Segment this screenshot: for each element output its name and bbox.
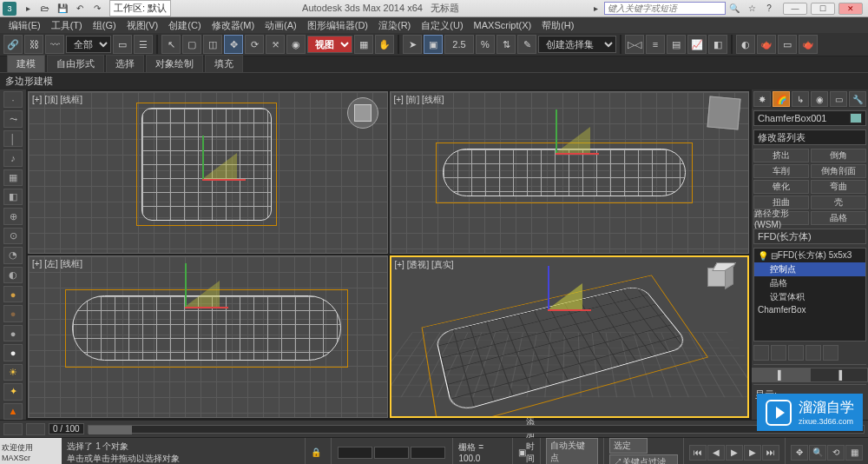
- region-icon[interactable]: ▢: [182, 35, 201, 54]
- lt-light-icon[interactable]: ☀: [3, 364, 23, 381]
- viewport-left[interactable]: [+] [左] [线框]: [28, 255, 388, 418]
- menu-custom[interactable]: 自定义(U): [416, 19, 468, 32]
- edit-named-icon[interactable]: ✎: [517, 35, 536, 54]
- menu-group[interactable]: 组(G): [88, 19, 122, 32]
- select-name-icon[interactable]: ☰: [134, 35, 153, 54]
- lt-b-icon[interactable]: ⊙: [3, 228, 23, 244]
- select-icon[interactable]: ▭: [113, 35, 132, 54]
- time-slider-thumb[interactable]: [89, 426, 132, 434]
- lt-layer-icon[interactable]: ▦: [3, 169, 23, 186]
- menu-graphed[interactable]: 图形编辑器(D): [302, 19, 373, 32]
- lock-icon[interactable]: 🔒: [311, 447, 321, 457]
- tab-populate[interactable]: 填充: [205, 55, 243, 72]
- menu-edit[interactable]: 编辑(E): [3, 19, 46, 32]
- percent-snap-icon[interactable]: %: [476, 35, 495, 54]
- time-slider-track[interactable]: [88, 425, 865, 434]
- align-icon[interactable]: ≡: [646, 35, 665, 54]
- coord-z-field[interactable]: [411, 447, 445, 459]
- menu-modifiers[interactable]: 修改器(M): [207, 19, 260, 32]
- stack-set-volume[interactable]: 设置体积: [754, 290, 865, 304]
- viewport-front[interactable]: [+] [前] [线框]: [390, 91, 750, 254]
- panel-tab-motion-icon[interactable]: ◉: [811, 91, 828, 107]
- link-icon[interactable]: 🔗: [3, 35, 23, 54]
- coord-x-field[interactable]: [338, 447, 372, 459]
- btn-bend[interactable]: 弯曲: [811, 180, 866, 194]
- lt-hier-icon[interactable]: ⤳: [3, 110, 23, 127]
- angle-snap[interactable]: 2.5: [444, 35, 474, 54]
- btn-shell[interactable]: 壳: [811, 196, 866, 209]
- tb-save-icon[interactable]: 💾: [55, 2, 70, 16]
- close-button[interactable]: ✕: [838, 3, 863, 15]
- viewport-label-persp[interactable]: [+] [透视] [真实]: [395, 259, 454, 271]
- workspace-selector[interactable]: 工作区: 默认: [109, 0, 171, 17]
- orbit-icon[interactable]: ⟲: [827, 445, 845, 461]
- play-icon[interactable]: ▶: [726, 445, 743, 461]
- snap3d-icon[interactable]: ▣: [424, 35, 443, 54]
- lt-shade3-icon[interactable]: ●: [3, 344, 23, 361]
- menu-help[interactable]: 帮助(H): [536, 19, 579, 32]
- stack-remove-icon[interactable]: [806, 345, 821, 361]
- max-vp-icon[interactable]: ▦: [845, 445, 863, 461]
- layer-icon[interactable]: ▤: [667, 35, 686, 54]
- stack-chamferbox[interactable]: ChamferBox: [754, 304, 865, 315]
- coord-y-field[interactable]: [374, 447, 409, 459]
- timeline-key-icon[interactable]: [26, 423, 45, 435]
- ref-coord[interactable]: 视图: [307, 36, 352, 53]
- tb-undo-icon[interactable]: ↶: [72, 2, 88, 16]
- stack-lattice[interactable]: 晶格: [754, 276, 865, 290]
- manip-icon[interactable]: ✋: [375, 35, 394, 54]
- menu-view[interactable]: 视图(V): [122, 19, 164, 32]
- viewcube-top[interactable]: [347, 97, 378, 129]
- window-icon[interactable]: ◫: [203, 35, 222, 54]
- info-icon[interactable]: ▸: [588, 2, 603, 16]
- lt-c-icon[interactable]: ◔: [3, 247, 23, 263]
- menu-tools[interactable]: 工具(T): [46, 19, 88, 32]
- minimize-button[interactable]: —: [783, 3, 807, 15]
- sel-dropdown[interactable]: 选定: [609, 438, 648, 454]
- frame-indicator[interactable]: 0 / 100: [49, 423, 84, 434]
- star-icon[interactable]: ☆: [744, 2, 760, 16]
- ffd-rollout-header[interactable]: FFD(长方体): [753, 229, 866, 244]
- key-filter-button[interactable]: ↗关键点过滤器: [609, 454, 678, 464]
- menu-render[interactable]: 渲染(R): [373, 19, 416, 32]
- lt-shade2-icon[interactable]: ●: [3, 325, 23, 341]
- lt-color-icon[interactable]: ◧: [3, 189, 23, 205]
- panel-tab-modify-icon[interactable]: 🌈: [773, 91, 790, 107]
- modifier-list-dropdown[interactable]: 修改器列表: [753, 129, 866, 145]
- maxscript-listener[interactable]: 欢迎使用MAXScr: [0, 438, 62, 464]
- mirror-icon[interactable]: ▷◁: [625, 35, 644, 54]
- goto-start-icon[interactable]: ⏮: [689, 445, 707, 461]
- viewcube-persp[interactable]: [707, 262, 737, 292]
- viewport-label-top[interactable]: [+] [顶] [线框]: [32, 94, 82, 106]
- cursor-icon[interactable]: ↖: [161, 35, 181, 54]
- stack-config-icon[interactable]: [823, 345, 838, 361]
- curve-editor-icon[interactable]: 📈: [687, 35, 707, 54]
- tab-objectpaint[interactable]: 对象绘制: [146, 55, 203, 72]
- stack-unique-icon[interactable]: [788, 345, 804, 361]
- toggle-left[interactable]: ▌: [752, 368, 810, 382]
- render-icon[interactable]: 🫖: [799, 35, 818, 54]
- btn-pathdeform[interactable]: 路径变形 (WSM): [753, 211, 809, 225]
- help-icon[interactable]: ?: [761, 2, 777, 16]
- move-icon[interactable]: ✥: [224, 35, 243, 54]
- stack-show-icon[interactable]: [771, 345, 786, 361]
- maximize-button[interactable]: ☐: [811, 3, 835, 15]
- tab-modeling[interactable]: 建模: [7, 55, 45, 72]
- lt-seg-icon[interactable]: │: [3, 130, 23, 147]
- viewport-label-front[interactable]: [+] [前] [线框]: [394, 94, 444, 106]
- pivot-icon[interactable]: ▦: [354, 35, 373, 54]
- tb-open-icon[interactable]: 🗁: [37, 2, 53, 16]
- menu-anim[interactable]: 动画(A): [260, 19, 302, 32]
- selection-filter[interactable]: 全部: [66, 36, 111, 53]
- modifier-stack[interactable]: 💡 ⊟ FFD(长方体) 5x5x3 控制点 晶格 设置体积 ChamferBo…: [753, 248, 866, 341]
- goto-end-icon[interactable]: ⏭: [762, 445, 779, 461]
- object-name-field[interactable]: ChamferBox001: [753, 110, 866, 126]
- zoom-icon[interactable]: 🔍: [809, 445, 826, 461]
- stack-control-points[interactable]: 控制点: [754, 262, 865, 276]
- search-icon[interactable]: 🔍: [727, 2, 742, 16]
- viewcube-front[interactable]: [707, 96, 740, 129]
- panel-tab-display-icon[interactable]: ▭: [830, 91, 847, 107]
- viewport-persp[interactable]: [+] [透视] [真实]: [390, 255, 750, 418]
- material-editor-icon[interactable]: ◐: [736, 35, 755, 54]
- lt-tree-icon[interactable]: ▲: [3, 403, 23, 420]
